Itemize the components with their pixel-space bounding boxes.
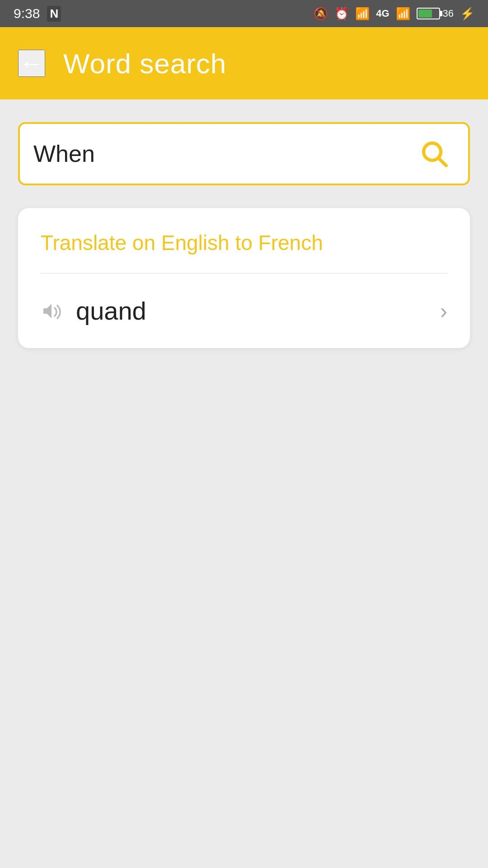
battery-fill [418, 9, 432, 18]
status-time: 9:38 [14, 6, 40, 21]
app-bar: ← Word search [0, 27, 488, 99]
result-left: quand [41, 296, 146, 326]
mute-icon: 🔕 [314, 7, 328, 21]
battery-container: 36 [417, 8, 454, 19]
status-bar-left: 9:38 N [14, 6, 61, 22]
status-bar-right: 🔕 ⏰ 📶 4G 📶 36 ⚡ [314, 7, 474, 21]
alarm-icon: ⏰ [334, 7, 349, 21]
charging-icon: ⚡ [460, 7, 474, 21]
result-divider [41, 273, 447, 274]
signal2-icon: 📶 [396, 7, 410, 21]
battery-box [417, 8, 440, 19]
speaker-icon[interactable] [41, 300, 62, 322]
status-bar: 9:38 N 🔕 ⏰ 📶 4G 📶 36 ⚡ [0, 0, 488, 27]
search-input[interactable] [33, 140, 414, 167]
search-icon [418, 138, 450, 170]
result-word: quand [76, 296, 146, 326]
4g-icon: 4G [376, 8, 389, 19]
battery-label: 36 [443, 8, 454, 19]
search-button[interactable] [414, 133, 455, 174]
svg-line-1 [439, 158, 446, 165]
app-bar-title: Word search [63, 47, 226, 80]
svg-marker-2 [43, 304, 52, 318]
result-card-title: Translate on English to French [41, 231, 447, 255]
search-container [18, 122, 470, 185]
notification-icon: N [47, 6, 61, 22]
result-card: Translate on English to French quand › [18, 208, 470, 348]
back-button[interactable]: ← [18, 50, 45, 77]
result-row[interactable]: quand › [41, 296, 447, 326]
signal-icon: 📶 [355, 7, 370, 21]
chevron-right-icon: › [440, 298, 447, 323]
main-content: Translate on English to French quand › [0, 99, 488, 366]
